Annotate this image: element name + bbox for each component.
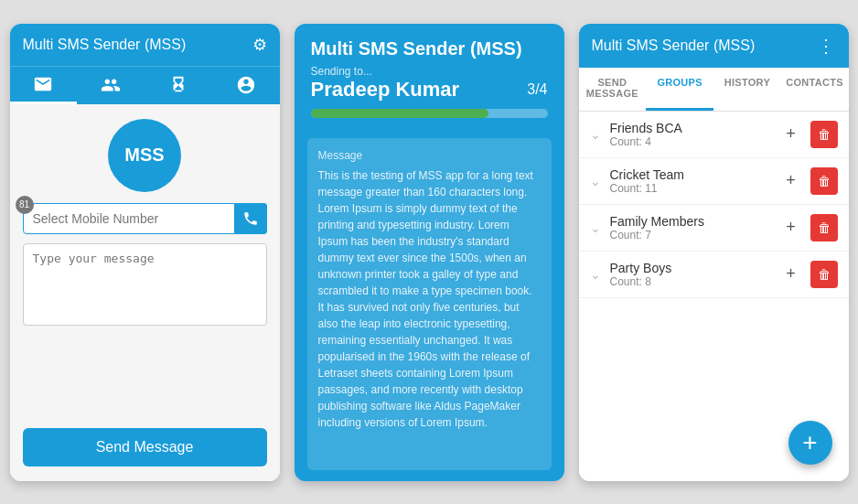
- message-box: Message This is the testing of MSS app f…: [307, 138, 552, 470]
- gear-icon[interactable]: ⚙: [252, 35, 267, 55]
- contacts-icon: [101, 75, 121, 95]
- group-info: Friends BCA Count: 4: [610, 121, 778, 148]
- message-icon: [33, 74, 53, 94]
- add-group-fab[interactable]: +: [788, 421, 832, 465]
- tab-contacts[interactable]: [77, 67, 145, 104]
- group-chevron-icon[interactable]: ⌄: [590, 267, 601, 282]
- message-text: This is the testing of MSS app for a lon…: [318, 167, 541, 431]
- panel2-app-title: Multi SMS Sender (MSS): [311, 38, 548, 59]
- group-chevron-icon[interactable]: ⌄: [590, 127, 601, 142]
- group-count: Count: 11: [610, 182, 778, 195]
- groups-list: ⌄ Friends BCA Count: 4 + 🗑 ⌄ Cricket Tea…: [579, 112, 849, 298]
- panel3-title: Multi SMS Sender (MSS): [592, 38, 756, 54]
- send-message-button[interactable]: Send Message: [23, 428, 267, 466]
- delete-group-button[interactable]: 🗑: [810, 261, 838, 288]
- group-info: Cricket Team Count: 11: [610, 167, 778, 195]
- add-member-button[interactable]: +: [778, 121, 805, 148]
- panel3-tabs: SEND MESSAGE GROUPS HISTORY CONTACTS: [579, 68, 849, 112]
- number-input[interactable]: [23, 203, 267, 234]
- group-chevron-icon[interactable]: ⌄: [590, 174, 601, 188]
- account-icon: [236, 75, 256, 95]
- delete-group-button[interactable]: 🗑: [810, 121, 838, 148]
- tab-history[interactable]: HISTORY: [713, 68, 781, 111]
- group-info: Family Members Count: 7: [610, 214, 778, 241]
- add-member-button[interactable]: +: [778, 167, 805, 195]
- add-member-button[interactable]: +: [778, 214, 805, 241]
- panel1-title: Multi SMS Sender (MSS): [23, 37, 187, 53]
- panel1-header: Multi SMS Sender (MSS) ⚙: [10, 24, 280, 66]
- group-count: Count: 8: [610, 275, 778, 288]
- group-name: Party Boys: [610, 261, 778, 275]
- group-item: ⌄ Cricket Team Count: 11 + 🗑: [579, 158, 849, 205]
- delete-group-button[interactable]: 🗑: [810, 167, 838, 195]
- tab-history[interactable]: [145, 67, 212, 104]
- group-actions: + 🗑: [778, 121, 838, 148]
- group-name: Friends BCA: [610, 121, 778, 135]
- message-textarea[interactable]: [23, 243, 267, 326]
- panel2-recipient: Pradeep Kumar 3/4: [311, 78, 548, 102]
- panel-sms-sender: Multi SMS Sender (MSS) ⚙ MSS 81: [10, 24, 280, 481]
- tab-groups[interactable]: GROUPS: [646, 68, 713, 111]
- group-actions: + 🗑: [778, 261, 838, 288]
- number-input-row: 81: [23, 203, 267, 234]
- panel1-tabs: [10, 66, 280, 104]
- progress-bar-fill: [311, 109, 488, 118]
- group-item: ⌄ Friends BCA Count: 4 + 🗑: [579, 112, 849, 158]
- badge-count: 81: [16, 196, 34, 214]
- panel2-sending-to-label: Sending to...: [311, 65, 548, 78]
- group-name: Family Members: [610, 214, 778, 229]
- group-count: Count: 4: [610, 135, 778, 148]
- panel3-header: Multi SMS Sender (MSS) ⋮: [579, 24, 849, 68]
- group-chevron-icon[interactable]: ⌄: [590, 220, 601, 235]
- recipient-name: Pradeep Kumar: [311, 78, 460, 102]
- group-count: Count: 7: [610, 229, 778, 241]
- group-info: Party Boys Count: 8: [610, 261, 778, 288]
- tab-send-message[interactable]: SEND MESSAGE: [579, 68, 647, 111]
- panel-groups: Multi SMS Sender (MSS) ⋮ SEND MESSAGE GR…: [579, 24, 849, 481]
- group-name: Cricket Team: [610, 167, 778, 182]
- panel-sending-progress: Multi SMS Sender (MSS) Sending to... Pra…: [295, 24, 564, 481]
- phone-icon-button[interactable]: [234, 203, 267, 234]
- panel3-body: ⌄ Friends BCA Count: 4 + 🗑 ⌄ Cricket Tea…: [579, 112, 849, 481]
- progress-count: 3/4: [527, 81, 547, 98]
- tab-account[interactable]: [212, 67, 280, 104]
- tab-message[interactable]: [10, 67, 78, 104]
- phone-icon: [242, 210, 259, 227]
- panel2-header: Multi SMS Sender (MSS) Sending to... Pra…: [295, 24, 564, 127]
- group-actions: + 🗑: [778, 214, 838, 241]
- group-item: ⌄ Family Members Count: 7 + 🗑: [579, 205, 849, 252]
- history-icon: [168, 75, 188, 95]
- progress-bar: [311, 109, 548, 118]
- group-actions: + 🗑: [778, 167, 838, 195]
- group-item: ⌄ Party Boys Count: 8 + 🗑: [579, 252, 849, 298]
- delete-group-button[interactable]: 🗑: [810, 214, 838, 241]
- message-label: Message: [318, 149, 541, 162]
- more-options-icon[interactable]: ⋮: [817, 35, 836, 57]
- avatar: MSS: [108, 119, 181, 192]
- panel1-body: MSS 81 Send Message: [10, 104, 280, 481]
- tab-contacts[interactable]: CONTACTS: [781, 68, 849, 111]
- add-member-button[interactable]: +: [778, 261, 805, 288]
